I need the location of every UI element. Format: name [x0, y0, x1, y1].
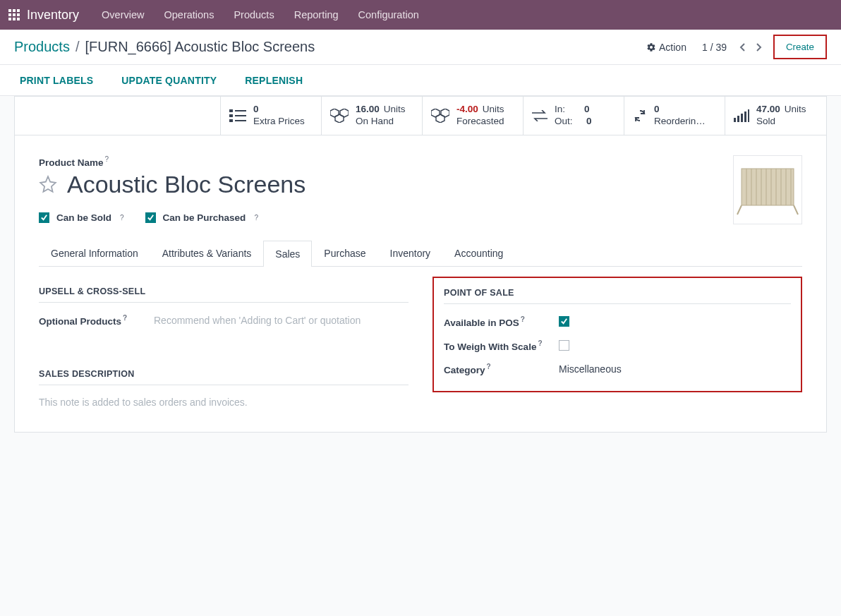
svg-rect-7	[737, 116, 739, 122]
list-icon	[229, 109, 246, 122]
stat-in-out[interactable]: In: 0 Out: 0	[524, 97, 624, 135]
stat-sold-value: 47.00	[756, 104, 780, 116]
tab-inventory[interactable]: Inventory	[378, 240, 443, 266]
stat-out-label: Out:	[555, 116, 573, 128]
svg-rect-10	[748, 109, 749, 122]
tab-purchase[interactable]: Purchase	[312, 240, 377, 266]
tab-general-information[interactable]: General Information	[39, 240, 150, 266]
breadcrumb-row: Products / [FURN_6666] Acoustic Bloc Scr…	[0, 30, 841, 65]
product-image[interactable]	[733, 155, 802, 224]
stat-on-hand[interactable]: 16.00 Units On Hand	[322, 97, 423, 135]
tab-sales[interactable]: Sales	[263, 241, 312, 267]
available-in-pos-checkbox[interactable]	[559, 316, 569, 327]
top-navbar: Inventory Overview Operations Products R…	[0, 0, 841, 30]
help-icon[interactable]: ?	[538, 339, 542, 347]
favorite-star-icon[interactable]	[39, 175, 57, 193]
stat-reordering-value: 0	[654, 104, 706, 116]
stat-forecasted-unit: Units	[483, 104, 504, 116]
svg-rect-2	[229, 119, 233, 122]
nav-configuration[interactable]: Configuration	[349, 0, 429, 30]
help-icon[interactable]: ?	[254, 214, 258, 222]
breadcrumb-root[interactable]: Products	[14, 39, 70, 55]
stat-in-value: 0	[584, 104, 590, 116]
help-icon[interactable]: ?	[123, 314, 127, 322]
category-label: Category	[444, 365, 485, 375]
category-value[interactable]: Miscellaneous	[559, 363, 622, 375]
breadcrumb-current: [FURN_6666] Acoustic Bloc Screens	[85, 39, 315, 55]
replenish-button[interactable]: REPLENISH	[245, 75, 303, 86]
help-icon[interactable]: ?	[120, 214, 124, 222]
can-be-purchased-checkbox[interactable]: Can be Purchased?	[145, 212, 258, 223]
stat-in-label: In:	[555, 104, 565, 116]
stat-on-hand-label: On Hand	[356, 116, 406, 128]
stat-reordering[interactable]: 0 Reorderin…	[624, 97, 725, 135]
sales-desc-title: SALES DESCRIPTION	[39, 369, 409, 385]
svg-rect-8	[741, 114, 743, 122]
tab-attributes-variants[interactable]: Attributes & Variants	[150, 240, 264, 266]
boxes-icon	[330, 109, 349, 123]
gear-icon	[646, 42, 656, 52]
product-name-label: Product Name	[39, 157, 104, 168]
stat-sold-unit: Units	[785, 104, 806, 116]
upsell-section-title: UPSELL & CROSS-SELL	[39, 286, 409, 303]
product-card: 0 Extra Prices 16.00 Units On Hand -4.00…	[14, 96, 827, 433]
stat-on-hand-value: 16.00	[356, 104, 380, 116]
svg-rect-5	[235, 120, 246, 121]
optional-products-label: Optional Products	[39, 316, 121, 327]
tabs: General Information Attributes & Variant…	[39, 240, 802, 267]
create-button[interactable]: Create	[773, 35, 827, 59]
can-be-sold-checkbox[interactable]: Can be Sold?	[39, 212, 124, 223]
nav-overview[interactable]: Overview	[92, 0, 154, 30]
action-menu[interactable]: Action	[646, 42, 686, 53]
pager-prev[interactable]	[734, 37, 751, 58]
pager[interactable]: 1 / 39	[702, 42, 727, 53]
boxes-icon	[431, 109, 449, 123]
stat-strip: 0 Extra Prices 16.00 Units On Hand -4.00…	[15, 97, 826, 135]
product-name[interactable]: Acoustic Bloc Screens	[67, 171, 305, 198]
point-of-sale-highlight: POINT OF SALE Available in POS? To Weigh…	[432, 277, 802, 392]
pager-next[interactable]	[751, 37, 768, 58]
bars-icon	[734, 109, 749, 122]
chevron-right-icon	[756, 43, 762, 52]
print-labels-button[interactable]: PRINT LABELS	[20, 75, 93, 86]
can-be-purchased-label: Can be Purchased	[163, 212, 246, 223]
form-body: Product Name? Acoustic Bloc Screens Can …	[15, 135, 826, 432]
svg-rect-3	[235, 110, 246, 111]
pos-section-title: POINT OF SALE	[444, 288, 791, 304]
stat-sold-label: Sold	[756, 116, 806, 128]
stat-forecasted[interactable]: -4.00 Units Forecasted	[423, 97, 524, 135]
tab-accounting[interactable]: Accounting	[442, 240, 515, 266]
stat-reordering-label: Reorderin…	[654, 116, 706, 128]
nav-operations[interactable]: Operations	[154, 0, 224, 30]
stat-extra-prices[interactable]: 0 Extra Prices	[221, 97, 322, 135]
sales-desc-input[interactable]: This note is added to sales orders and i…	[39, 397, 409, 408]
update-quantity-button[interactable]: UPDATE QUANTITY	[121, 75, 217, 86]
stat-on-hand-unit: Units	[384, 104, 406, 116]
tab-content-sales: UPSELL & CROSS-SELL Optional Products? R…	[39, 267, 802, 408]
breadcrumb-sep: /	[75, 39, 80, 55]
svg-rect-1	[229, 114, 233, 117]
product-thumbnail-icon	[736, 162, 799, 218]
available-in-pos-label: Available in POS	[444, 318, 519, 328]
chevron-left-icon	[739, 43, 745, 52]
can-be-sold-label: Can be Sold	[56, 212, 111, 223]
stat-extra-prices-value: 0	[253, 104, 305, 116]
help-icon[interactable]: ?	[487, 363, 491, 370]
to-weigh-checkbox[interactable]	[559, 340, 569, 351]
action-label: Action	[659, 42, 686, 53]
apps-icon[interactable]	[8, 9, 20, 20]
to-weigh-label: To Weigh With Scale	[444, 341, 536, 351]
help-icon[interactable]: ?	[105, 155, 109, 163]
optional-products-input[interactable]: Recommend when 'Adding to Cart' or quota…	[154, 315, 361, 326]
stat-extra-prices-label: Extra Prices	[253, 116, 305, 128]
svg-rect-4	[235, 115, 246, 116]
nav-products[interactable]: Products	[224, 0, 284, 30]
stat-forecasted-label: Forecasted	[456, 116, 504, 128]
help-icon[interactable]: ?	[521, 315, 525, 323]
nav-reporting[interactable]: Reporting	[284, 0, 349, 30]
action-bar: PRINT LABELS UPDATE QUANTITY REPLENISH	[0, 65, 841, 96]
stat-sold[interactable]: 47.00 Units Sold	[725, 97, 826, 135]
transfer-icon	[532, 110, 547, 121]
app-brand[interactable]: Inventory	[27, 8, 79, 23]
stat-out-value: 0	[586, 116, 592, 128]
